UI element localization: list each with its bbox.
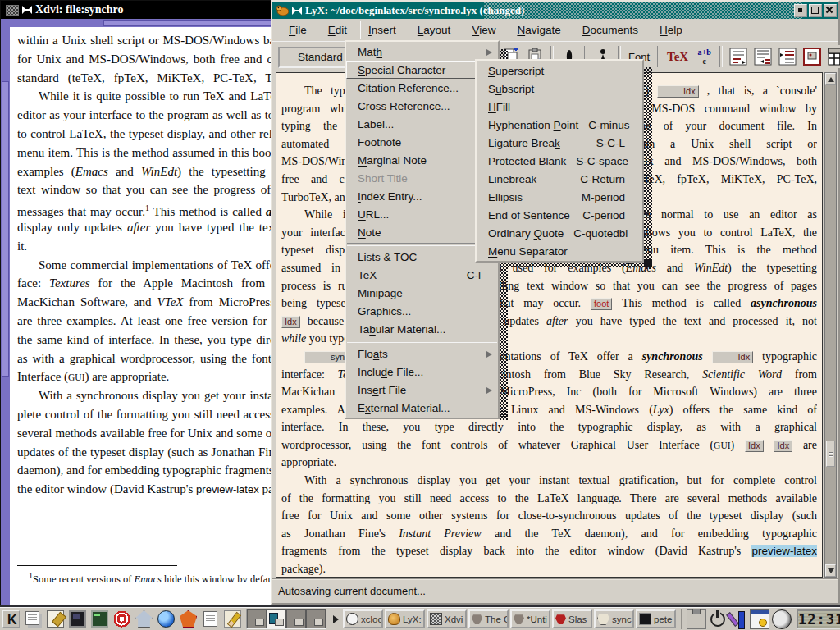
math-icon[interactable]: a+bc [693, 45, 715, 68]
organizer-icon[interactable] [750, 609, 769, 629]
menu-item[interactable]: Ordinary QuoteC-quotedbl [477, 224, 642, 242]
document-line: of the formatting you still need access … [281, 490, 817, 508]
toolbar-separator [657, 46, 660, 67]
menu-item[interactable]: Floats [346, 345, 498, 363]
lyx-app-icon [276, 5, 289, 16]
depth-insert-icon[interactable] [776, 45, 798, 68]
minimize-button[interactable] [794, 4, 807, 17]
menu-item[interactable]: Ligature BreakS-C-L [477, 134, 642, 152]
monitor-icon[interactable] [68, 609, 87, 628]
special-character-menu: SuperscriptSubscriptHFillHyphenation Poi… [475, 59, 644, 262]
scroll-up-button[interactable] [825, 73, 836, 85]
xdvi-titlebar[interactable]: Xdvi: file:synchro [1, 1, 275, 19]
menu-item[interactable]: Tabular Material... [346, 320, 498, 338]
menubar-item[interactable]: Documents [574, 21, 646, 39]
desktop-icon[interactable] [46, 609, 65, 628]
lyx-titlebar[interactable]: LyX: ~/doc/beginlatex/src/synchro.lyx (c… [272, 2, 838, 19]
menu-item[interactable]: Insert File [346, 381, 498, 399]
menu-item[interactable]: Protected BlankS-C-space [477, 152, 642, 170]
panel-expand-icon[interactable] [333, 615, 339, 623]
notes-icon[interactable] [201, 609, 220, 628]
moon-icon[interactable] [772, 609, 792, 629]
pager-desktop[interactable] [267, 609, 286, 628]
table-insert-icon[interactable] [825, 45, 840, 68]
menu-item[interactable]: Minipage [346, 284, 498, 302]
clock[interactable]: 12:31 [797, 609, 840, 629]
menu-item[interactable]: Include File... [346, 363, 498, 381]
xdvi-text-line: editor as your interface to the program … [17, 106, 275, 125]
footnote-rule [17, 565, 177, 566]
task-button[interactable]: sync [594, 609, 634, 628]
editor-icon[interactable] [223, 609, 242, 628]
arrow-up-icon [828, 77, 834, 82]
windowlist-icon[interactable] [24, 609, 43, 628]
xdvi-footnote: 1Some recent versions of Emacs hide this… [17, 565, 275, 582]
menu-item[interactable]: External Material... [346, 399, 498, 417]
task-icon [514, 614, 524, 624]
xdvi-text-line: the same kind of interface. In these, yo… [17, 331, 275, 349]
document-line: as Jonathan Fine's Instant Preview and t… [281, 525, 817, 543]
task-button[interactable]: Xdvi [427, 609, 467, 628]
task-button[interactable]: The G [468, 609, 509, 628]
xdvi-vscroll-thumb[interactable] [2, 81, 9, 377]
task-button[interactable]: xcloc [343, 609, 383, 628]
maximize-button[interactable] [809, 4, 822, 17]
task-button[interactable]: pete [636, 609, 676, 628]
menubar-item[interactable]: Edit [320, 21, 355, 39]
terminal-icon[interactable] [90, 609, 109, 628]
xdvi-text-line: as with a graphical wordprocessor, using… [17, 349, 275, 368]
xdvi-text-line: examples (Emacs and WinEdt) the typesett… [17, 162, 275, 181]
task-list: xclocLyX:XdviThe G*UntiSlassyncpete [343, 609, 676, 628]
pager-desktop[interactable] [306, 609, 326, 628]
menu-item[interactable]: Menu Separator [477, 242, 642, 260]
pager-desktop[interactable] [286, 609, 306, 628]
kmenu-icon[interactable] [2, 609, 21, 628]
menu-item[interactable]: EllipsisM-period [477, 188, 642, 206]
tex-icon[interactable]: TeX [664, 45, 691, 68]
scroll-down-button[interactable] [825, 564, 836, 577]
menu-item[interactable]: Hyphenation PointC-minus [477, 116, 642, 134]
menubar-item[interactable]: File [281, 21, 315, 39]
marginpar-insert-icon[interactable] [751, 45, 774, 68]
menubar-item[interactable]: Layout [409, 21, 459, 39]
task-icon [430, 613, 442, 625]
menu-item[interactable]: LinebreakC-Return [477, 170, 642, 188]
task-button[interactable]: Slas [552, 609, 592, 628]
figure-insert-icon[interactable] [801, 45, 823, 68]
menu-item[interactable]: Math [346, 43, 498, 61]
document-line: wordprocessor, using the font controls o… [281, 436, 817, 454]
menu-item[interactable]: Subscript [477, 80, 642, 98]
menubar-item[interactable]: Insert [360, 21, 404, 39]
menu-item[interactable]: TeXC-l [346, 266, 498, 284]
footnote-insert-icon[interactable] [727, 45, 749, 68]
xdvi-window-title: Xdvi: file:synchro [35, 1, 123, 19]
kmail-icon[interactable] [179, 609, 198, 628]
xdvi-text-line: standard (teTeX, fpTeX, MiKTeX, PC-TeX, … [17, 69, 275, 88]
task-icon [346, 613, 358, 625]
menu-item[interactable]: Superscript [477, 62, 642, 80]
xdvi-text-line: daemon), and for embedding typographic f… [17, 461, 275, 480]
pager-desktop[interactable] [247, 609, 267, 628]
xdvi-text-line: are three examples. At least one free ve… [17, 312, 275, 331]
home-icon[interactable] [135, 609, 153, 628]
task-button[interactable]: LyX: [385, 609, 425, 628]
logout-icon[interactable] [710, 612, 725, 627]
desktop: Xdvi: file:synchro within a Unix shell s… [0, 0, 840, 630]
menu-item[interactable]: HFill [477, 98, 642, 116]
stylus-icon[interactable] [729, 610, 747, 628]
menubar-item[interactable]: View [463, 21, 504, 39]
klipper-icon[interactable] [687, 609, 706, 629]
document-scrollbar[interactable] [824, 72, 837, 578]
menubar-item[interactable]: Navigate [509, 21, 568, 39]
xdvi-text-line: within a Unix shell script or MS-DOS/Win… [17, 31, 275, 50]
menubar-item[interactable]: Help [651, 21, 691, 39]
scrollbar-thumb[interactable] [826, 441, 835, 467]
layout-combo-value: Standard [298, 51, 343, 63]
browser-icon[interactable] [157, 609, 176, 628]
help-icon[interactable] [112, 609, 131, 628]
close-button[interactable] [824, 4, 837, 17]
menu-item[interactable]: Graphics... [346, 302, 498, 320]
menu-item[interactable]: End of SentenceC-period [477, 206, 642, 224]
document-line: With a synchronous display you get your … [281, 472, 817, 490]
task-button[interactable]: *Unti [510, 609, 550, 628]
